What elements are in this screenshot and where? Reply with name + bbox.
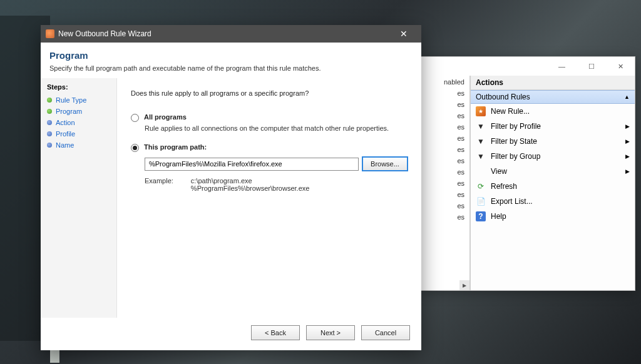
action-label: Filter by State [491, 137, 537, 146]
action-filter-state[interactable]: ▼ Filter by State ▶ [471, 134, 635, 149]
step-label: Action [56, 119, 75, 126]
step-label: Name [56, 141, 74, 149]
steps-header: Steps: [47, 83, 110, 91]
submenu-icon: ▶ [625, 153, 630, 159]
close-button[interactable]: ✕ [607, 58, 635, 75]
filter-icon: ▼ [476, 151, 486, 161]
list-cell: es [420, 101, 469, 112]
step-label: Profile [56, 130, 75, 138]
option-this-program-path[interactable]: This program path: [131, 143, 408, 152]
action-new-rule[interactable]: ★ New Rule... [471, 104, 635, 119]
option-all-programs[interactable]: All programs [131, 113, 408, 122]
step-bullet-icon [47, 98, 52, 103]
action-label: Export List... [491, 197, 533, 206]
wizard-content: Does this rule apply to all programs or … [117, 78, 421, 318]
outbound-rule-wizard: New Outbound Rule Wizard ✕ Program Speci… [41, 25, 421, 350]
list-cell: es [420, 134, 469, 146]
action-label: View [491, 167, 507, 176]
refresh-icon: ⟳ [476, 181, 486, 191]
submenu-icon: ▶ [625, 168, 630, 174]
step-bullet-icon [47, 131, 52, 136]
radio-icon[interactable] [131, 114, 139, 122]
action-label: New Rule... [491, 107, 530, 116]
actions-header: Actions [471, 76, 635, 90]
spacer-icon [476, 166, 486, 176]
wizard-steps-pane: Steps: Rule Type Program Action Profile … [41, 78, 117, 318]
action-filter-profile[interactable]: ▼ Filter by Profile ▶ [471, 119, 635, 134]
step-label: Rule Type [56, 96, 86, 104]
list-cell: es [420, 89, 469, 101]
action-view[interactable]: View ▶ [471, 164, 635, 179]
firewall-mgmt-window: — ☐ ✕ nabled es es es es es es es es es … [419, 56, 635, 291]
export-icon: 📄 [476, 196, 486, 206]
firewall-icon [46, 29, 54, 38]
list-cell: es [420, 213, 469, 225]
back-button[interactable]: < Back [251, 325, 300, 340]
submenu-icon: ▶ [625, 138, 630, 144]
page-subtitle: Specify the full program path and execut… [49, 64, 413, 72]
action-filter-group[interactable]: ▼ Filter by Group ▶ [471, 149, 635, 164]
next-button[interactable]: Next > [306, 325, 355, 340]
page-title: Program [49, 50, 413, 61]
wizard-question: Does this rule apply to all programs or … [131, 89, 408, 97]
mgmt-titlebar[interactable]: — ☐ ✕ [420, 57, 635, 76]
action-refresh[interactable]: ⟳ Refresh [471, 179, 635, 194]
actions-section-label: Outbound Rules [476, 93, 530, 101]
action-label: Help [491, 212, 506, 221]
wizard-footer: < Back Next > Cancel [41, 318, 421, 350]
option-all-programs-desc: Rule applies to all connections on the c… [145, 124, 408, 132]
minimize-button[interactable]: — [548, 58, 576, 75]
list-cell: es [420, 168, 469, 179]
step-bullet-icon [47, 143, 52, 148]
list-cell: es [420, 146, 469, 157]
example-line: %ProgramFiles%\browser\browser.exe [191, 185, 310, 192]
actions-pane: Actions Outbound Rules ▲ ★ New Rule... ▼… [470, 76, 635, 290]
wizard-titlebar[interactable]: New Outbound Rule Wizard ✕ [41, 25, 421, 43]
action-label: Filter by Group [491, 152, 540, 161]
radio-icon[interactable] [131, 144, 139, 152]
close-button[interactable]: ✕ [391, 29, 416, 39]
scroll-right-icon[interactable]: ▶ [459, 280, 469, 290]
help-icon: ? [476, 211, 486, 221]
action-export[interactable]: 📄 Export List... [471, 194, 635, 209]
collapse-icon: ▲ [624, 94, 630, 100]
list-cell: es [420, 123, 469, 134]
filter-icon: ▼ [476, 136, 486, 146]
list-cell: es [420, 112, 469, 123]
filter-icon: ▼ [476, 121, 486, 131]
cancel-button[interactable]: Cancel [361, 325, 410, 340]
example-line: c:\path\program.exe [191, 177, 252, 185]
wizard-page-header: Program Specify the full program path an… [41, 43, 421, 78]
action-label: Filter by Profile [491, 122, 541, 131]
step-bullet-icon [47, 109, 52, 114]
step-name[interactable]: Name [47, 139, 110, 151]
list-cell: es [420, 179, 469, 191]
program-path-input[interactable] [145, 158, 359, 171]
new-rule-icon: ★ [476, 106, 486, 116]
action-label: Refresh [491, 182, 517, 191]
action-help[interactable]: ? Help [471, 209, 635, 224]
maximize-button[interactable]: ☐ [577, 58, 605, 75]
step-label: Program [56, 108, 82, 115]
browse-button[interactable]: Browse... [362, 157, 408, 171]
wizard-title: New Outbound Rule Wizard [58, 29, 151, 38]
radio-label: This program path: [144, 143, 207, 151]
step-profile[interactable]: Profile [47, 128, 110, 139]
step-action[interactable]: Action [47, 117, 110, 128]
step-rule-type[interactable]: Rule Type [47, 94, 110, 106]
step-program[interactable]: Program [47, 106, 110, 117]
list-cell: es [420, 202, 469, 213]
example-label: Example: [145, 177, 173, 192]
list-header-cell: nabled [420, 78, 469, 89]
radio-label: All programs [144, 113, 187, 121]
rules-list-sliver: nabled es es es es es es es es es es es … [420, 76, 470, 290]
example-text: c:\path\program.exe %ProgramFiles%\brows… [191, 177, 310, 192]
actions-section-outbound[interactable]: Outbound Rules ▲ [471, 90, 635, 104]
list-cell: es [420, 157, 469, 168]
list-cell: es [420, 191, 469, 202]
step-bullet-icon [47, 120, 52, 125]
submenu-icon: ▶ [625, 123, 630, 129]
